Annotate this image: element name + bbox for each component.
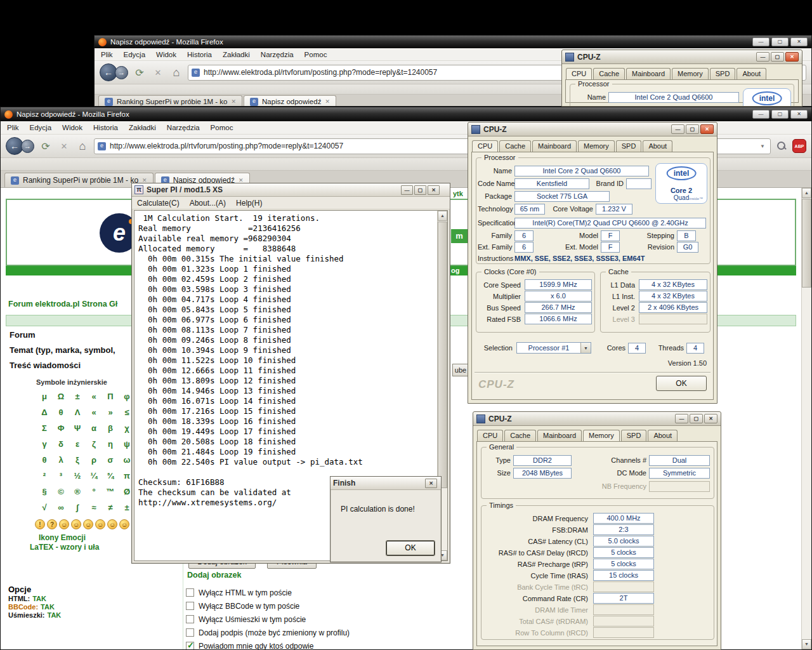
maximize-button[interactable]: [771, 110, 789, 119]
emoticons-link[interactable]: Ikony Emocji: [39, 533, 86, 542]
search-icon[interactable]: [775, 140, 788, 152]
emoticon-icon[interactable]: ☺: [107, 519, 117, 529]
close-button[interactable]: [790, 37, 808, 46]
chevron-down-icon[interactable]: [580, 343, 591, 353]
symbol-link[interactable]: Ω: [53, 388, 69, 404]
maximize-button[interactable]: [690, 414, 703, 423]
symbol-link[interactable]: §: [36, 484, 53, 500]
symbol-link[interactable]: ≈: [86, 500, 102, 515]
minimize-button[interactable]: [671, 124, 684, 134]
symbol-link[interactable]: Φ: [53, 420, 69, 436]
tab-spd[interactable]: SPD: [616, 140, 642, 152]
symbol-link[interactable]: β: [102, 420, 119, 436]
titlebar[interactable]: Super PI / mod1.5 XS: [132, 183, 450, 197]
titlebar[interactable]: Finish: [331, 477, 441, 490]
tab-ranking-superpi[interactable]: Ranking SuperPi w próbie 1M - ko: [98, 95, 242, 107]
tab-cpu[interactable]: CPU: [472, 140, 498, 152]
checkbox[interactable]: [186, 588, 194, 597]
symbol-link[interactable]: ®: [69, 484, 86, 500]
tab-spd[interactable]: SPD: [621, 430, 647, 441]
checkbox-row[interactable]: Wyłącz Uśmieszki w tym poście: [186, 613, 350, 626]
checkbox-row[interactable]: Dodaj podpis (może być zmieniony w profi…: [186, 626, 350, 639]
tab-cpu[interactable]: CPU: [566, 68, 592, 80]
tab-mainboard[interactable]: Mainboard: [532, 140, 577, 152]
menu-item[interactable]: About...(A): [190, 199, 226, 208]
symbol-link[interactable]: α: [86, 420, 102, 436]
maximize-button[interactable]: [686, 124, 699, 134]
forward-button[interactable]: [115, 66, 128, 79]
tab-spd[interactable]: SPD: [710, 68, 736, 79]
symbol-link[interactable]: ξ: [69, 452, 86, 468]
menu-item[interactable]: Help(H): [236, 199, 262, 208]
tab-cache[interactable]: Cache: [593, 68, 625, 79]
symbol-link[interactable]: °: [86, 484, 102, 500]
menu-item[interactable]: Edycja: [30, 124, 52, 131]
symbol-link[interactable]: η: [102, 436, 119, 452]
emoticon-icon[interactable]: ?: [47, 519, 57, 529]
menu-item[interactable]: Widok: [156, 51, 176, 58]
processor-select[interactable]: Processor #1: [516, 342, 591, 354]
menu-item[interactable]: Pomoc: [211, 124, 233, 131]
scrollbar-thumb[interactable]: [802, 199, 811, 288]
symbol-link[interactable]: θ: [36, 452, 53, 468]
maximize-button[interactable]: [771, 37, 789, 46]
symbol-link[interactable]: ™: [102, 484, 119, 500]
menu-item[interactable]: Historia: [93, 124, 118, 131]
minimize-button[interactable]: [752, 110, 769, 119]
tab-memory[interactable]: Memory: [578, 140, 615, 152]
checkbox[interactable]: [186, 602, 194, 610]
menu-item[interactable]: Pomoc: [304, 51, 327, 58]
tab-close-icon[interactable]: [325, 98, 330, 105]
symbol-link[interactable]: ≠: [102, 500, 119, 515]
tab-cache[interactable]: Cache: [504, 430, 536, 441]
checkbox[interactable]: [186, 642, 194, 649]
minimize-button[interactable]: [675, 414, 688, 423]
tab-mainboard[interactable]: Mainboard: [626, 68, 671, 79]
url-dropdown-icon[interactable]: [758, 143, 767, 149]
symbol-link[interactable]: γ: [36, 436, 53, 452]
symbol-link[interactable]: Δ: [36, 404, 53, 420]
maximize-button[interactable]: [414, 185, 426, 195]
scroll-up-icon[interactable]: [438, 211, 447, 221]
menu-item[interactable]: Widok: [62, 124, 82, 131]
symbol-link[interactable]: ¾: [102, 468, 119, 484]
menu-item[interactable]: Narzędzia: [261, 51, 294, 58]
tab-cache[interactable]: Cache: [499, 140, 531, 152]
symbol-link[interactable]: ε: [69, 436, 86, 452]
symbol-link[interactable]: ³: [53, 468, 69, 484]
scrollbar-thumb[interactable]: [438, 222, 447, 488]
symbol-link[interactable]: ½: [69, 468, 86, 484]
scroll-down-icon[interactable]: [802, 639, 811, 649]
emoticon-icon[interactable]: ☺: [119, 519, 129, 529]
tab-about[interactable]: About: [737, 68, 766, 79]
symbol-link[interactable]: Λ: [69, 404, 86, 420]
checkbox-row[interactable]: Wyłącz BBCode w tym poście: [186, 599, 350, 613]
ok-button[interactable]: OK: [656, 376, 707, 391]
symbol-link[interactable]: Ψ: [69, 420, 86, 436]
menu-item[interactable]: Historia: [187, 51, 212, 58]
meta-link[interactable]: TAK: [32, 595, 46, 602]
home-button[interactable]: [75, 139, 89, 153]
maximize-button[interactable]: [771, 52, 784, 62]
tab-close-icon[interactable]: [232, 98, 237, 105]
symbol-link[interactable]: √: [36, 500, 53, 515]
symbol-link[interactable]: «: [86, 388, 102, 404]
minimize-button[interactable]: [752, 37, 769, 46]
stop-button[interactable]: [151, 65, 165, 79]
symbol-link[interactable]: »: [102, 404, 119, 420]
menu-item[interactable]: Plik: [7, 124, 19, 131]
adblock-icon[interactable]: ABP: [792, 139, 806, 153]
symbol-link[interactable]: Π: [102, 388, 119, 404]
titlebar[interactable]: Napisz odpowiedź - Mozilla Firefox: [1, 107, 811, 121]
forward-button[interactable]: [21, 140, 34, 153]
symbol-link[interactable]: σ: [102, 452, 119, 468]
minimize-button[interactable]: [756, 52, 769, 62]
reload-button[interactable]: [133, 65, 147, 79]
symbol-link[interactable]: μ: [36, 388, 53, 404]
symbol-link[interactable]: ∫: [69, 500, 86, 515]
menu-item[interactable]: Calculate(C): [137, 199, 180, 208]
checkbox[interactable]: [186, 628, 194, 637]
tab-napisz-odpowiedz[interactable]: Napisz odpowiedź: [244, 95, 336, 107]
meta-link[interactable]: TAK: [47, 611, 61, 619]
symbol-link[interactable]: ζ: [86, 436, 102, 452]
